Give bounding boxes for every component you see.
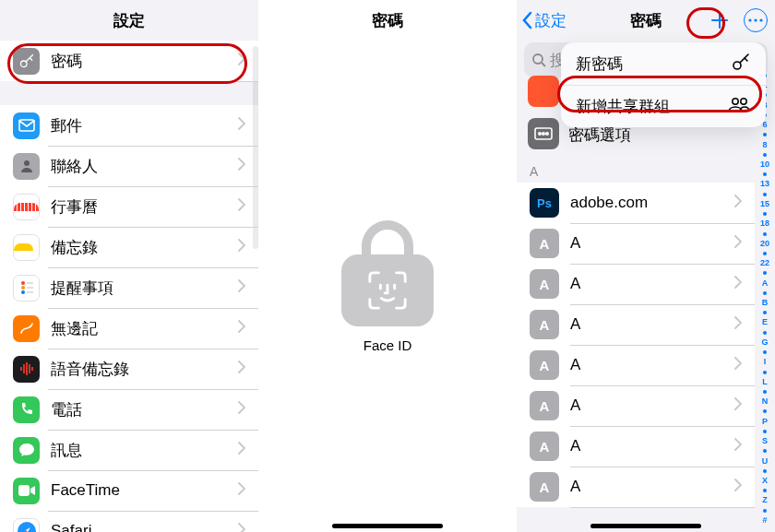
index-char[interactable]: 15 bbox=[760, 200, 769, 208]
index-char[interactable]: E bbox=[762, 318, 768, 326]
chevron-right-icon bbox=[238, 198, 245, 215]
settings-row-label: 行事曆 bbox=[51, 196, 238, 218]
index-char[interactable] bbox=[763, 331, 767, 335]
passwords-list-header: 設定 密碼 bbox=[517, 0, 775, 41]
index-char[interactable]: 18 bbox=[760, 219, 769, 228]
index-char[interactable] bbox=[763, 153, 767, 157]
index-char[interactable] bbox=[763, 409, 767, 413]
svg-point-29 bbox=[759, 18, 762, 21]
menu-item-new-password[interactable]: 新密碼 bbox=[561, 42, 766, 85]
svg-point-34 bbox=[542, 133, 544, 135]
key-icon bbox=[13, 48, 40, 75]
index-char[interactable] bbox=[763, 371, 767, 374]
index-char[interactable] bbox=[763, 232, 767, 236]
index-char[interactable] bbox=[763, 133, 767, 136]
index-char[interactable] bbox=[763, 291, 767, 295]
password-row-label: A bbox=[570, 275, 734, 293]
index-char[interactable]: N bbox=[762, 397, 769, 406]
chevron-right-icon bbox=[734, 438, 742, 455]
svg-point-28 bbox=[754, 18, 757, 21]
svg-point-39 bbox=[733, 98, 738, 103]
add-button[interactable] bbox=[707, 7, 733, 33]
index-char[interactable]: G bbox=[761, 338, 768, 347]
index-char[interactable] bbox=[763, 489, 767, 492]
freeform-icon bbox=[13, 315, 40, 342]
section-header-A: A bbox=[530, 164, 538, 179]
home-indicator[interactable] bbox=[590, 524, 701, 528]
index-char[interactable] bbox=[763, 252, 767, 255]
index-char[interactable] bbox=[763, 271, 767, 275]
back-button[interactable]: 設定 bbox=[522, 0, 566, 41]
index-char[interactable] bbox=[763, 430, 767, 433]
index-char[interactable]: A bbox=[762, 279, 769, 288]
settings-row-messages[interactable]: 訊息 bbox=[0, 430, 258, 470]
index-char[interactable] bbox=[763, 193, 767, 196]
password-row[interactable]: AA bbox=[517, 304, 755, 345]
index-char[interactable] bbox=[763, 350, 767, 354]
index-char[interactable]: L bbox=[762, 378, 768, 386]
password-row-label: A bbox=[570, 478, 734, 496]
index-char[interactable]: 22 bbox=[760, 259, 769, 267]
index-char[interactable] bbox=[763, 212, 767, 216]
index-char[interactable]: 8 bbox=[762, 141, 767, 149]
index-char[interactable] bbox=[763, 449, 767, 453]
index-char[interactable]: 10 bbox=[760, 160, 769, 169]
settings-list-panel: 設定 密碼郵件聯絡人行事曆備忘錄提醒事項無邊記語音備忘錄電話訊息FaceTime… bbox=[0, 0, 258, 532]
password-row[interactable]: AA bbox=[517, 426, 755, 467]
index-char[interactable]: # bbox=[762, 516, 767, 525]
chevron-right-icon bbox=[238, 523, 245, 532]
index-char[interactable]: U bbox=[762, 457, 769, 466]
password-row[interactable]: AA bbox=[517, 345, 755, 385]
chevron-right-icon bbox=[238, 158, 245, 174]
chevron-right-icon bbox=[734, 397, 742, 414]
svg-point-6 bbox=[21, 286, 25, 290]
key-icon bbox=[731, 52, 751, 77]
index-char[interactable] bbox=[763, 390, 767, 394]
index-char[interactable]: S bbox=[762, 437, 768, 445]
svg-line-38 bbox=[745, 58, 747, 61]
svg-point-35 bbox=[546, 133, 548, 135]
settings-row-reminders[interactable]: 提醒事項 bbox=[0, 267, 258, 308]
password-options-label[interactable]: 密碼選項 bbox=[568, 124, 631, 146]
password-row[interactable]: AA bbox=[517, 264, 755, 304]
faceid-lock[interactable]: Face ID bbox=[258, 41, 517, 532]
menu-item-new-shared-group[interactable]: 新增共享群組 bbox=[561, 85, 766, 127]
home-indicator[interactable] bbox=[332, 524, 443, 528]
svg-rect-16 bbox=[18, 485, 30, 496]
index-char[interactable]: 20 bbox=[760, 240, 769, 248]
svg-line-2 bbox=[30, 58, 31, 60]
contacts-icon bbox=[13, 153, 40, 180]
settings-row-phone[interactable]: 電話 bbox=[0, 389, 258, 430]
index-char[interactable]: B bbox=[762, 299, 769, 307]
settings-row-safari[interactable]: Safari bbox=[0, 511, 258, 532]
password-row[interactable]: AA bbox=[517, 467, 755, 507]
settings-row-calendar[interactable]: 行事曆 bbox=[0, 186, 258, 227]
password-row[interactable]: Psadobe.com bbox=[517, 183, 755, 223]
index-char[interactable] bbox=[763, 311, 767, 314]
settings-row-notes[interactable]: 備忘錄 bbox=[0, 227, 258, 267]
passwords-entries-list: Psadobe.comAAAAAAAAAAAAAA bbox=[517, 183, 755, 507]
settings-row-freeform[interactable]: 無邊記 bbox=[0, 308, 258, 349]
settings-row-mail[interactable]: 郵件 bbox=[0, 105, 258, 146]
index-bar[interactable]: 1368101315182022ABEGILNPSUXZ# bbox=[757, 74, 773, 525]
index-char[interactable] bbox=[763, 509, 767, 513]
more-button[interactable] bbox=[744, 8, 768, 32]
index-char[interactable]: 13 bbox=[760, 180, 769, 188]
settings-row-voice[interactable]: 語音備忘錄 bbox=[0, 349, 258, 389]
index-char[interactable]: P bbox=[762, 418, 768, 426]
index-char[interactable] bbox=[763, 469, 767, 473]
passwords-list-panel: 設定 密碼 搜 密碼選項 新密碼 bbox=[517, 0, 775, 532]
settings-row-facetime[interactable]: FaceTime bbox=[0, 470, 258, 511]
chevron-right-icon bbox=[734, 357, 742, 373]
password-row-label: A bbox=[570, 396, 734, 415]
index-char[interactable]: X bbox=[762, 477, 768, 485]
password-row[interactable]: AA bbox=[517, 223, 755, 264]
index-char[interactable]: I bbox=[764, 358, 767, 366]
settings-row-contacts[interactable]: 聯絡人 bbox=[0, 146, 258, 186]
password-row[interactable]: AA bbox=[517, 385, 755, 426]
index-char[interactable] bbox=[763, 172, 767, 176]
index-char[interactable]: Z bbox=[762, 496, 768, 504]
site-icon: A bbox=[530, 432, 559, 461]
svg-point-30 bbox=[533, 54, 542, 64]
settings-row-key[interactable]: 密碼 bbox=[0, 41, 258, 81]
